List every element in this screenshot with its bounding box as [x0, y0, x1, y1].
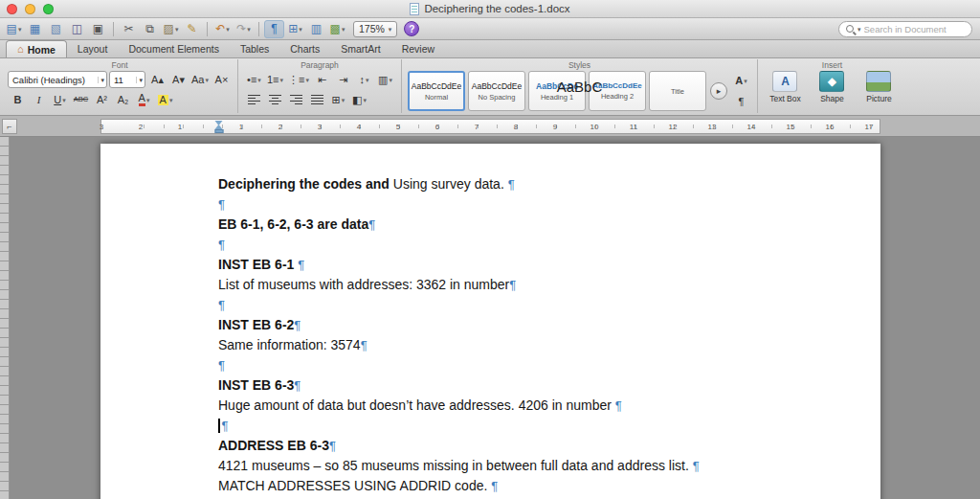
change-case-button[interactable]: Aa▾: [189, 71, 211, 88]
clear-formatting-button[interactable]: A×: [212, 71, 232, 88]
underline-button[interactable]: U▾: [50, 91, 70, 108]
italic-button[interactable]: I: [29, 91, 49, 108]
text-highlight-icon: A: [158, 95, 168, 105]
ruler-number: 2: [139, 123, 143, 131]
borders-button[interactable]: ⊞▾: [328, 91, 348, 108]
tab-review[interactable]: Review: [391, 40, 445, 57]
tab-label: Document Elements: [128, 43, 219, 55]
ruler-number: 1: [239, 123, 243, 131]
tab-tables[interactable]: Tables: [230, 40, 279, 57]
paragraph[interactable]: ¶: [218, 355, 823, 375]
tab-home[interactable]: ⌂Home: [6, 40, 67, 57]
justify-button[interactable]: [307, 91, 327, 108]
align-left-button[interactable]: [244, 91, 264, 108]
align-center-button[interactable]: [265, 91, 285, 108]
help-button[interactable]: ?: [404, 21, 419, 36]
search-input[interactable]: [864, 24, 965, 34]
paste-button[interactable]: ▨▾: [161, 20, 181, 38]
paragraph[interactable]: INST EB 6-3¶: [218, 375, 823, 396]
paragraph[interactable]: Deciphering the codes and Using survey d…: [218, 174, 823, 194]
format-painter-icon: ✎: [187, 23, 196, 34]
align-right-button[interactable]: [286, 91, 306, 108]
font-family-select[interactable]: Calibri (Headings) ▾: [8, 71, 107, 88]
paragraph[interactable]: ADDRESS EB 6-3¶: [218, 436, 823, 456]
media-browser-button[interactable]: ▩▾: [327, 20, 347, 38]
paragraph[interactable]: Huge amount of data but doesn’t have add…: [218, 396, 823, 416]
columns-button[interactable]: ▥: [306, 20, 326, 38]
decrease-indent-button[interactable]: ⇤: [312, 71, 332, 88]
tab-selector[interactable]: ⌐: [2, 119, 17, 134]
paragraph[interactable]: MATCH ADDRESSES USING ADDRID code. ¶: [218, 476, 823, 496]
indent-marker[interactable]: [215, 120, 224, 133]
close-button[interactable]: [7, 4, 17, 14]
style-title[interactable]: AaBbCTitle: [649, 71, 706, 111]
text-highlight-button[interactable]: A▾: [155, 91, 175, 108]
horizontal-ruler[interactable]: 3211234567891011121314151617: [100, 119, 880, 134]
numbering-button[interactable]: 1≡▾: [265, 71, 285, 88]
show-marks-button[interactable]: ¶: [264, 20, 284, 38]
zoom-control[interactable]: 175% ▾: [353, 21, 397, 37]
multilevel-list-button[interactable]: ⋮≡▾: [286, 71, 311, 88]
tab-label: Charts: [290, 43, 320, 55]
new-document-icon: ▤: [7, 23, 17, 34]
strikethrough-button[interactable]: ABC: [71, 91, 91, 108]
tab-document-elements[interactable]: Document Elements: [118, 40, 230, 57]
left-indent-icon[interactable]: [215, 129, 224, 133]
format-painter-button[interactable]: ✎: [182, 20, 202, 38]
open-button[interactable]: ▧: [46, 20, 66, 38]
grow-font-button[interactable]: A▴: [147, 71, 167, 88]
paragraph-row2-buttons: ⊞▾◧▾: [244, 91, 369, 108]
styles-group: Styles AaBbCcDdEeNormalAaBbCcDdEeNo Spac…: [402, 59, 758, 113]
shading-button[interactable]: ◧▾: [349, 91, 369, 108]
font-size-select[interactable]: 11 ▾: [109, 71, 145, 88]
styles-gallery: AaBbCcDdEeNormalAaBbCcDdEeNo SpacingAaBb…: [408, 71, 706, 111]
shrink-font-button[interactable]: A▾: [168, 71, 189, 88]
window-zoom-button[interactable]: [43, 4, 54, 14]
print-button[interactable]: ▣: [88, 20, 108, 38]
font-color-button[interactable]: A▾: [134, 91, 154, 108]
tab-charts[interactable]: Charts: [279, 40, 330, 57]
paragraph[interactable]: ¶: [218, 295, 823, 315]
chevron-down-icon: ▾: [342, 26, 345, 33]
undo-button[interactable]: ↶▾: [212, 20, 233, 38]
paragraph[interactable]: List of museums with addresses: 3362 in …: [218, 275, 823, 295]
superscript-button[interactable]: A²: [92, 91, 112, 108]
paragraph[interactable]: ¶: [218, 416, 823, 436]
cut-icon: ✂: [123, 23, 133, 34]
page[interactable]: Deciphering the codes and Using survey d…: [100, 144, 880, 499]
paragraph[interactable]: INST EB 6-2¶: [218, 315, 823, 335]
paragraph[interactable]: ¶: [218, 194, 823, 215]
new-document-button[interactable]: ▤▾: [4, 20, 24, 38]
paragraph[interactable]: 4121 museums – so 85 museums missing in …: [218, 456, 823, 476]
bullets-button[interactable]: •≡▾: [244, 71, 264, 88]
tab-smartart[interactable]: SmartArt: [330, 40, 390, 57]
picture-button[interactable]: Picture: [858, 71, 901, 103]
tab-layout[interactable]: Layout: [67, 40, 119, 57]
insert-label: Shape: [820, 94, 844, 103]
ruler-number: 17: [865, 123, 874, 131]
redo-button[interactable]: ↷▾: [234, 20, 254, 38]
gallery-button[interactable]: ▦: [25, 20, 45, 38]
document-area[interactable]: Deciphering the codes and Using survey d…: [10, 137, 980, 499]
copy-button[interactable]: ⧉: [140, 20, 160, 38]
minimize-button[interactable]: [25, 4, 35, 14]
ruler-number: 7: [475, 123, 479, 131]
text-run: 4121 museums – so 85 museums missing in …: [218, 458, 693, 473]
line-spacing-button[interactable]: ↕▾: [354, 71, 374, 88]
save-button[interactable]: ◫: [67, 20, 87, 38]
paragraph[interactable]: ¶: [218, 235, 823, 255]
insert-table-button[interactable]: ⊞▾: [285, 20, 305, 38]
subscript-button[interactable]: A₂: [113, 91, 133, 108]
text-direction-button[interactable]: ▥▾: [375, 71, 395, 88]
paragraph[interactable]: EB 6-1, 6-2, 6-3 are data¶: [218, 215, 823, 235]
bold-button[interactable]: B: [8, 91, 28, 108]
cut-button[interactable]: ✂: [119, 20, 139, 38]
text-box-button[interactable]: AText Box: [764, 71, 807, 103]
bold-icon: B: [14, 95, 22, 105]
paragraph[interactable]: Same information: 3574¶: [218, 335, 823, 355]
paragraph[interactable]: INST EB 6-1 ¶: [218, 255, 823, 275]
increase-indent-button[interactable]: ⇥: [333, 71, 353, 88]
shape-button[interactable]: ◆Shape: [811, 71, 854, 103]
search-box[interactable]: ▾: [838, 21, 972, 37]
vertical-ruler[interactable]: [0, 137, 10, 499]
